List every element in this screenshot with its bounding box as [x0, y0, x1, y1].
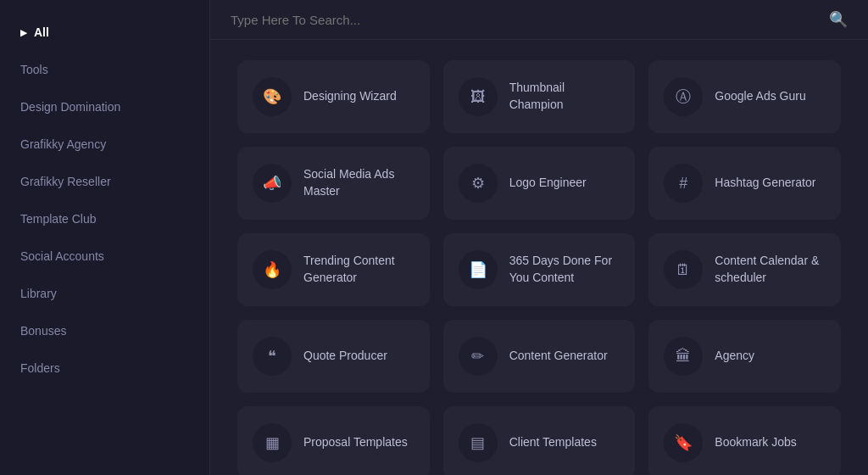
proposal-templates-icon: ▦	[253, 423, 292, 462]
search-bar: 🔍	[210, 0, 868, 40]
sidebar-item-label: Grafikky Reseller	[20, 175, 111, 188]
sidebar-item-label: Folders	[20, 361, 60, 375]
trending-content-generator-icon: 🔥	[253, 250, 292, 289]
sidebar-item-all[interactable]: ▶All	[0, 14, 209, 51]
card-social-media-ads-master[interactable]: 📣Social Media Ads Master	[237, 147, 430, 220]
card-label: Thumbnail Champion	[509, 80, 620, 113]
quote-producer-icon: ❝	[253, 337, 292, 376]
card-label: Content Calendar & scheduler	[715, 253, 826, 286]
card-label: Agency	[715, 348, 754, 365]
sidebar-item-label: Social Accounts	[20, 249, 104, 263]
sidebar: ▶AllToolsDesign DominationGrafikky Agenc…	[0, 0, 210, 475]
social-media-ads-master-icon: 📣	[253, 164, 292, 203]
card-logo-engineer[interactable]: ⚙Logo Engineer	[443, 147, 636, 220]
sidebar-item-label: Tools	[20, 63, 48, 76]
card-quote-producer[interactable]: ❝Quote Producer	[237, 320, 430, 393]
logo-engineer-icon: ⚙	[459, 164, 498, 203]
sidebar-item-label: Grafikky Agency	[20, 137, 106, 151]
hashtag-generator-icon: #	[664, 164, 703, 203]
sidebar-item-design-domination[interactable]: Design Domination	[0, 88, 209, 126]
card-label: Hashtag Generator	[715, 175, 815, 192]
card-label: Proposal Templates	[303, 434, 408, 451]
card-content-calendar-scheduler[interactable]: 🗓Content Calendar & scheduler	[648, 233, 841, 306]
sidebar-item-library[interactable]: Library	[0, 275, 209, 312]
search-input[interactable]	[231, 13, 819, 27]
arrow-icon: ▶	[20, 28, 27, 37]
card-label: Social Media Ads Master	[303, 166, 415, 199]
sidebar-item-label: All	[34, 25, 49, 39]
sidebar-item-grafikky-agency[interactable]: Grafikky Agency	[0, 126, 209, 163]
card-bookmark-jobs[interactable]: 🔖Bookmark Jobs	[648, 406, 841, 475]
main-content: 🔍 🎨Designing Wizard🖼Thumbnail ChampionⒶG…	[210, 0, 868, 475]
content-calendar-scheduler-icon: 🗓	[664, 250, 703, 289]
sidebar-item-label: Bonuses	[20, 324, 66, 338]
card-label: Trending Content Generator	[303, 253, 415, 286]
card-trending-content-generator[interactable]: 🔥Trending Content Generator	[237, 233, 430, 306]
card-agency[interactable]: 🏛Agency	[648, 320, 841, 393]
sidebar-item-label: Library	[20, 287, 57, 300]
bookmark-jobs-icon: 🔖	[664, 423, 703, 462]
google-ads-guru-icon: Ⓐ	[664, 77, 703, 116]
365-days-content-icon: 📄	[459, 250, 498, 289]
sidebar-item-social-accounts[interactable]: Social Accounts	[0, 238, 209, 275]
card-label: Quote Producer	[303, 348, 387, 365]
card-google-ads-guru[interactable]: ⒶGoogle Ads Guru	[648, 60, 841, 133]
sidebar-item-label: Template Club	[20, 212, 97, 226]
search-icon[interactable]: 🔍	[829, 10, 848, 29]
sidebar-item-folders[interactable]: Folders	[0, 349, 209, 387]
cards-grid: 🎨Designing Wizard🖼Thumbnail ChampionⒶGoo…	[237, 60, 841, 475]
designing-wizard-icon: 🎨	[253, 77, 292, 116]
card-label: Logo Engineer	[509, 175, 587, 192]
content-generator-icon: ✏	[459, 337, 498, 376]
sidebar-item-template-club[interactable]: Template Club	[0, 200, 209, 238]
sidebar-item-bonuses[interactable]: Bonuses	[0, 312, 209, 349]
card-proposal-templates[interactable]: ▦Proposal Templates	[237, 406, 430, 475]
content-area: 🎨Designing Wizard🖼Thumbnail ChampionⒶGoo…	[210, 40, 868, 475]
card-label: Designing Wizard	[303, 88, 397, 105]
thumbnail-champion-icon: 🖼	[459, 77, 498, 116]
card-content-generator[interactable]: ✏Content Generator	[443, 320, 636, 393]
card-thumbnail-champion[interactable]: 🖼Thumbnail Champion	[443, 60, 636, 133]
agency-icon: 🏛	[664, 337, 703, 376]
card-label: 365 Days Done For You Content	[509, 253, 620, 286]
card-designing-wizard[interactable]: 🎨Designing Wizard	[237, 60, 430, 133]
sidebar-item-label: Design Domination	[20, 100, 120, 114]
card-label: Content Generator	[509, 348, 608, 365]
card-label: Bookmark Jobs	[715, 434, 796, 451]
sidebar-item-tools[interactable]: Tools	[0, 51, 209, 88]
client-templates-icon: ▤	[459, 423, 498, 462]
card-client-templates[interactable]: ▤Client Templates	[443, 406, 636, 475]
card-label: Client Templates	[509, 434, 597, 451]
card-label: Google Ads Guru	[715, 88, 805, 105]
card-hashtag-generator[interactable]: #Hashtag Generator	[648, 147, 841, 220]
card-365-days-content[interactable]: 📄365 Days Done For You Content	[443, 233, 636, 306]
sidebar-item-grafikky-reseller[interactable]: Grafikky Reseller	[0, 163, 209, 200]
